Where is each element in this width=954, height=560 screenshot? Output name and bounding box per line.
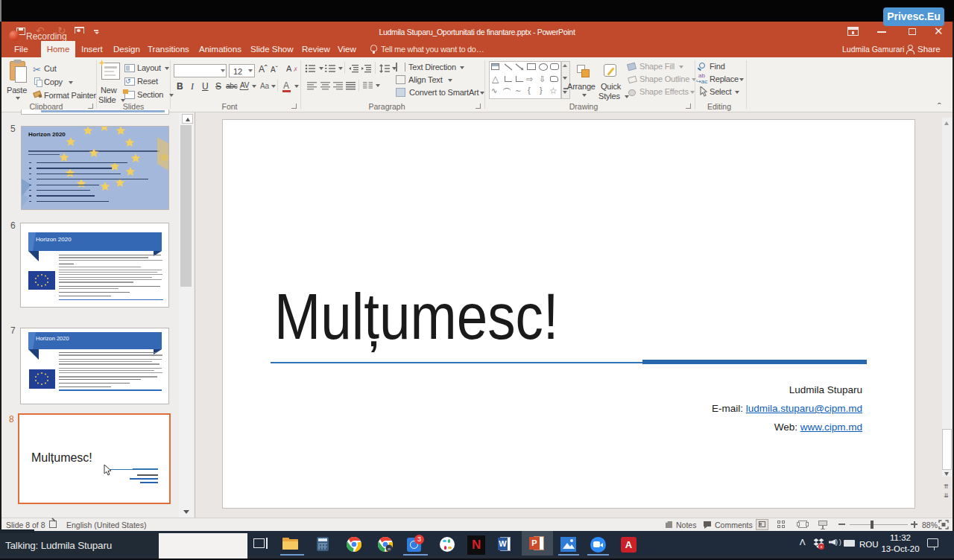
svg-text:n: n: [388, 547, 390, 551]
